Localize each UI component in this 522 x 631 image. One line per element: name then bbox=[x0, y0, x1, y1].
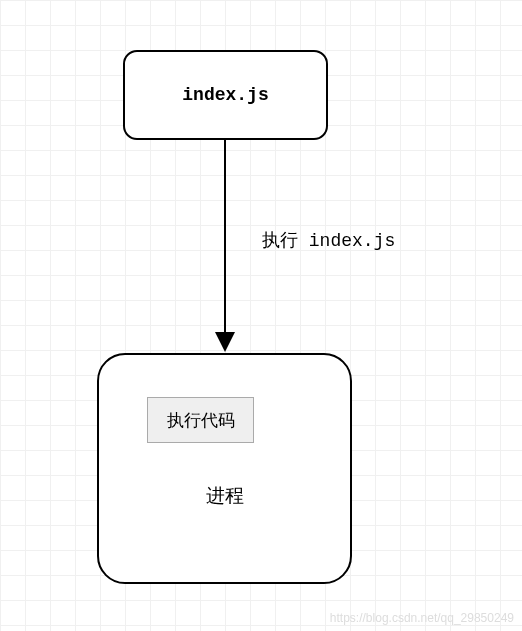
arrow-label: 执行 index.js bbox=[262, 228, 395, 252]
process-label: 进程 bbox=[99, 483, 350, 509]
execute-code-box: 执行代码 bbox=[147, 397, 254, 443]
arrow-line bbox=[224, 140, 226, 340]
source-file-label: index.js bbox=[182, 85, 268, 105]
watermark: https://blog.csdn.net/qq_29850249 bbox=[330, 611, 514, 625]
process-box: 执行代码 进程 bbox=[97, 353, 352, 584]
source-file-box: index.js bbox=[123, 50, 328, 140]
execute-code-label: 执行代码 bbox=[167, 409, 235, 432]
arrow-head-icon bbox=[215, 332, 235, 352]
